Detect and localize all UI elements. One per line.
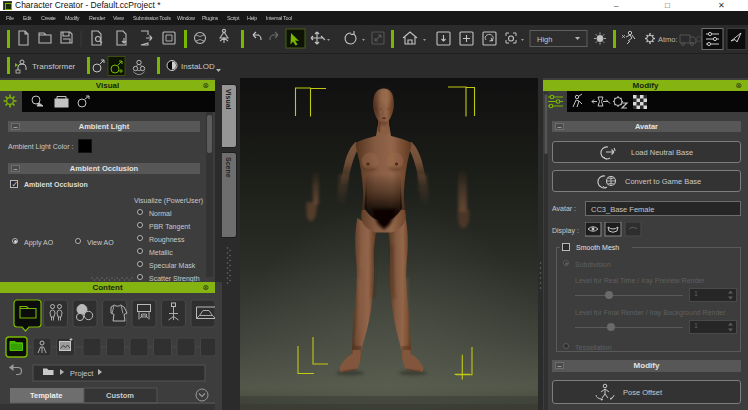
svg-text:Custom: Custom [106, 391, 134, 400]
svg-text:Load Neutral Base: Load Neutral Base [631, 148, 693, 157]
svg-text:Template: Template [30, 391, 62, 400]
svg-text:High: High [537, 35, 552, 44]
svg-text:Pose Offset: Pose Offset [623, 388, 663, 397]
svg-text:InstaLOD: InstaLOD [181, 62, 215, 71]
svg-text:Convert to Game Base: Convert to Game Base [625, 177, 701, 186]
svg-text:Atmo:: Atmo: [658, 35, 678, 44]
svg-text:Transformer: Transformer [32, 62, 76, 71]
svg-text:Project: Project [70, 369, 94, 378]
